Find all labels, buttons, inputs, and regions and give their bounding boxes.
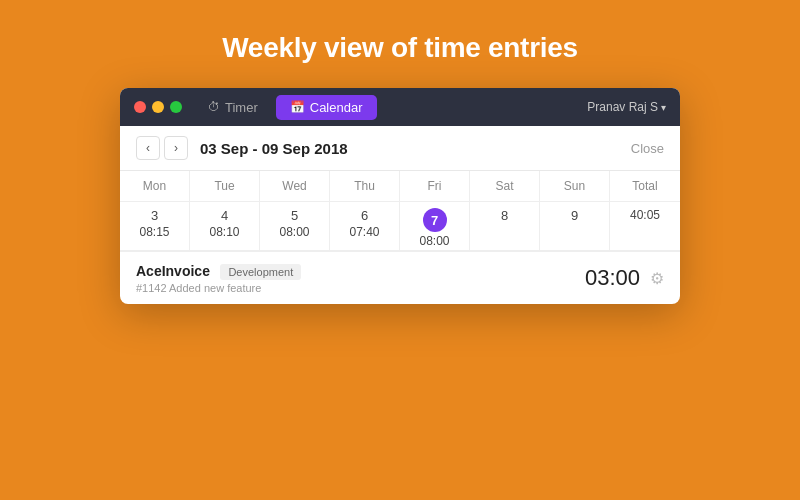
date-9: 9 — [546, 208, 603, 223]
time-6: 07:40 — [336, 225, 393, 239]
chevron-down-icon: ▾ — [661, 102, 666, 113]
close-button[interactable]: Close — [631, 141, 664, 156]
calendar-header: ‹ › 03 Sep - 09 Sep 2018 Close — [120, 126, 680, 171]
date-7-today: 7 — [423, 208, 447, 232]
date-4: 4 — [196, 208, 253, 223]
app-window: ⏱ Timer 📅 Calendar Pranav Raj S ▾ ‹ › 03… — [120, 88, 680, 304]
day-sun[interactable]: 9 — [540, 202, 610, 250]
time-3: 08:15 — [126, 225, 183, 239]
timer-icon: ⏱ — [208, 100, 220, 114]
close-dot[interactable] — [134, 101, 146, 113]
col-sat: Sat — [470, 171, 540, 201]
minimize-dot[interactable] — [152, 101, 164, 113]
entry-row: AceInvoice Development #1142 Added new f… — [120, 251, 680, 304]
tab-calendar-label: Calendar — [310, 100, 363, 115]
entry-info: AceInvoice Development #1142 Added new f… — [136, 262, 585, 294]
gear-icon[interactable]: ⚙ — [650, 269, 664, 288]
col-mon: Mon — [120, 171, 190, 201]
entry-project-line: AceInvoice Development — [136, 262, 585, 280]
calendar-dates-row: 3 08:15 4 08:10 5 08:00 6 07:40 7 08:00 … — [120, 202, 680, 251]
entry-tag: Development — [220, 264, 301, 280]
user-name: Pranav Raj S — [587, 100, 658, 114]
total-cell: 40:05 — [610, 202, 680, 250]
time-5: 08:00 — [266, 225, 323, 239]
col-thu: Thu — [330, 171, 400, 201]
date-6: 6 — [336, 208, 393, 223]
tab-calendar[interactable]: 📅 Calendar — [276, 95, 377, 120]
calendar-grid: Mon Tue Wed Thu Fri Sat Sun Total 3 08:1… — [120, 171, 680, 251]
user-menu[interactable]: Pranav Raj S ▾ — [587, 100, 666, 114]
entry-description: #1142 Added new feature — [136, 282, 585, 294]
col-tue: Tue — [190, 171, 260, 201]
day-tue[interactable]: 4 08:10 — [190, 202, 260, 250]
calendar-icon: 📅 — [290, 100, 305, 114]
day-mon[interactable]: 3 08:15 — [120, 202, 190, 250]
tab-timer-label: Timer — [225, 100, 258, 115]
tab-timer[interactable]: ⏱ Timer — [194, 95, 272, 120]
window-controls — [134, 101, 182, 113]
col-total: Total — [610, 171, 680, 201]
date-5: 5 — [266, 208, 323, 223]
next-week-button[interactable]: › — [164, 136, 188, 160]
day-wed[interactable]: 5 08:00 — [260, 202, 330, 250]
day-thu[interactable]: 6 07:40 — [330, 202, 400, 250]
date-8: 8 — [476, 208, 533, 223]
total-time: 40:05 — [616, 208, 674, 222]
col-wed: Wed — [260, 171, 330, 201]
nav-arrows: ‹ › — [136, 136, 188, 160]
titlebar: ⏱ Timer 📅 Calendar Pranav Raj S ▾ — [120, 88, 680, 126]
entry-duration: 03:00 — [585, 265, 640, 291]
nav-tabs: ⏱ Timer 📅 Calendar — [194, 95, 587, 120]
day-fri[interactable]: 7 08:00 — [400, 202, 470, 250]
time-7: 08:00 — [406, 234, 463, 248]
col-fri: Fri — [400, 171, 470, 201]
prev-week-button[interactable]: ‹ — [136, 136, 160, 160]
maximize-dot[interactable] — [170, 101, 182, 113]
calendar-header-row: Mon Tue Wed Thu Fri Sat Sun Total — [120, 171, 680, 202]
time-4: 08:10 — [196, 225, 253, 239]
entry-project: AceInvoice — [136, 263, 210, 279]
page-title: Weekly view of time entries — [222, 32, 578, 64]
date-range: 03 Sep - 09 Sep 2018 — [200, 140, 631, 157]
day-sat[interactable]: 8 — [470, 202, 540, 250]
date-3: 3 — [126, 208, 183, 223]
col-sun: Sun — [540, 171, 610, 201]
